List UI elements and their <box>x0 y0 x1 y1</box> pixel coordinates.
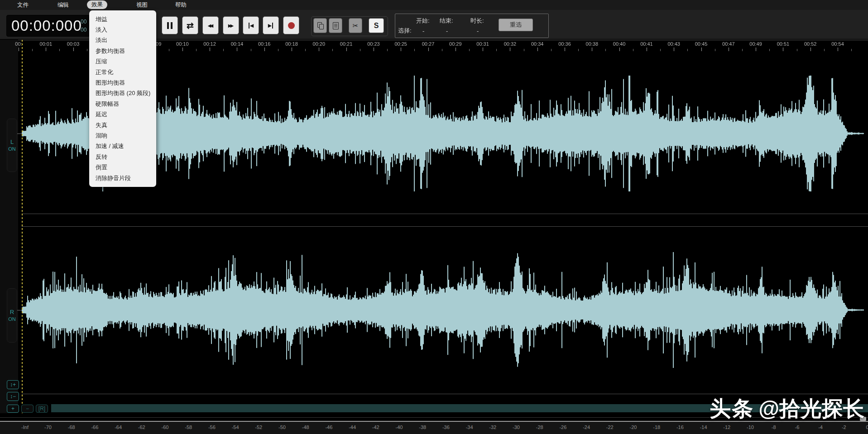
effects-menu-item[interactable]: 增益 <box>89 14 156 24</box>
db-scale: -Inf-70-68-66-64-62-60-58-56-54-52-50-48… <box>0 422 868 434</box>
selection-start-label: 开始: <box>416 17 430 25</box>
ruler-minor-tick <box>496 49 497 51</box>
effects-menu-item[interactable]: 消除静音片段 <box>89 173 156 183</box>
right-channel-tab[interactable]: R ON <box>7 288 17 343</box>
db-scale-label: -6 <box>795 424 800 430</box>
ruler-label: 00:32 <box>504 41 517 47</box>
playhead-cursor[interactable] <box>22 40 23 413</box>
right-channel-on-badge[interactable]: ON <box>8 317 16 322</box>
selection-duration-value: - <box>477 28 479 34</box>
ruler-major-tick <box>674 48 674 51</box>
ruler-minor-tick <box>524 49 524 51</box>
effects-menu-item[interactable]: 淡出 <box>89 35 156 46</box>
ruler-label: 00:51 <box>777 41 790 47</box>
copy-button[interactable] <box>313 18 327 33</box>
fast-forward-button[interactable]: ▶▶ <box>223 16 239 34</box>
ruler-major-tick <box>783 48 783 51</box>
s-button[interactable]: S <box>369 18 384 33</box>
rewind-icon: ◀◀ <box>208 23 213 28</box>
menubar-item-edit[interactable]: 编辑 <box>53 0 73 10</box>
effects-menu-item[interactable]: 正常化 <box>89 67 156 77</box>
paste-icon <box>333 22 339 29</box>
fast-forward-icon: ▶▶ <box>228 23 234 28</box>
ruler-label: 00:25 <box>394 41 407 47</box>
left-track-bottom-line <box>22 214 868 214</box>
effects-menu-item[interactable]: 反转 <box>89 152 156 162</box>
cut-button[interactable]: ✂ <box>349 18 362 33</box>
db-scale-label: -54 <box>232 424 239 430</box>
ruler-minor-tick <box>169 49 169 51</box>
db-scale-label: -26 <box>559 424 566 430</box>
effects-menu-item[interactable]: 加速 / 减速 <box>89 141 156 152</box>
loop-icon: ⇄ <box>187 21 194 30</box>
menubar-item-file[interactable]: 文件 <box>13 0 33 10</box>
ruler-minor-tick <box>196 49 197 51</box>
ruler-minor-tick <box>251 49 251 51</box>
audio-editor-window: 00:00:0100:0300:0500:0700:0900:1000:1200… <box>0 0 868 434</box>
rewind-button[interactable]: ◀◀ <box>202 16 219 34</box>
menubar-item-help[interactable]: 帮助 <box>171 0 191 10</box>
horizontal-zoom-out-button[interactable]: − <box>21 405 34 413</box>
menu-bar: 文件编辑效果视图帮助 <box>0 0 868 10</box>
ruler-label: 00:18 <box>285 41 298 47</box>
ruler-major-tick <box>182 48 183 51</box>
ruler-minor-tick <box>332 49 333 51</box>
loop-button[interactable]: ⇄ <box>182 16 198 34</box>
left-channel-on-badge[interactable]: ON <box>8 147 16 152</box>
ruler-label: 00:14 <box>231 41 244 47</box>
ruler-label: 00:27 <box>422 41 435 47</box>
db-scale-label: -4 <box>818 424 823 430</box>
db-scale-label: -2 <box>842 424 846 430</box>
effects-menu-item[interactable]: 延迟 <box>89 110 156 120</box>
ruler-major-tick <box>729 48 729 51</box>
vertical-zoom-in-button[interactable]: ↕+ <box>7 380 19 389</box>
effects-menu-item[interactable]: 图形均衡器 <box>89 77 156 88</box>
ruler-minor-tick <box>278 49 278 51</box>
effects-menu-item[interactable]: 硬限幅器 <box>89 99 156 109</box>
ruler-minor-tick <box>305 49 306 51</box>
effects-menu-item[interactable]: 倒置 <box>89 162 156 172</box>
skip-end-button[interactable]: ▶ <box>263 16 279 34</box>
effects-menu-item[interactable]: 混响 <box>89 130 156 141</box>
ruler-major-tick <box>264 48 265 51</box>
ruler-major-tick <box>483 48 483 51</box>
zoom-reset-button[interactable]: [R] <box>36 405 48 413</box>
ruler-minor-tick <box>59 49 60 51</box>
menubar-item-effects[interactable]: 效果 <box>87 0 107 9</box>
vertical-zoom-out-button[interactable]: ↕− <box>7 392 19 401</box>
effects-menu-item[interactable]: 参数均衡器 <box>89 46 156 56</box>
ruler-minor-tick <box>387 49 388 51</box>
ruler-major-tick <box>592 48 592 51</box>
left-channel-tab[interactable]: L ON <box>7 119 17 172</box>
db-scale-label: -66 <box>91 424 98 430</box>
skip-start-button[interactable]: ◀ <box>243 16 259 34</box>
time-display-value: 00:00:000 <box>11 17 82 34</box>
effects-menu-item[interactable]: 图形均衡器 (20 频段) <box>89 88 156 99</box>
ruler-minor-tick <box>87 49 87 51</box>
paste-button[interactable] <box>329 18 342 33</box>
ruler-label: 00:52 <box>804 41 817 47</box>
horizontal-zoom-in-button[interactable]: + <box>7 405 19 413</box>
ruler-major-tick <box>619 48 620 51</box>
db-scale-label: -40 <box>396 424 403 430</box>
menubar-item-view[interactable]: 视图 <box>132 0 152 10</box>
effects-menu-item[interactable]: 压缩 <box>89 57 156 67</box>
ruler-major-tick <box>319 48 319 51</box>
effects-menu-item[interactable]: 淡入 <box>89 24 156 35</box>
selection-duration-label: 时长: <box>470 17 484 25</box>
db-scale-label: -20 <box>630 424 637 430</box>
ruler-minor-tick <box>414 49 415 51</box>
ruler-label: 00:10 <box>176 41 189 47</box>
ruler-minor-tick <box>360 49 360 51</box>
pause-button[interactable] <box>162 16 178 34</box>
ruler-label: 00:23 <box>367 41 380 47</box>
db-scale-label: -34 <box>466 424 473 430</box>
selection-end-value: - <box>446 28 448 34</box>
ruler-major-tick <box>292 48 292 51</box>
ruler-minor-tick <box>223 49 224 51</box>
db-scale-label: -46 <box>325 424 332 430</box>
ruler-major-tick <box>428 48 429 51</box>
effects-menu-item[interactable]: 失真 <box>89 120 156 130</box>
record-button[interactable] <box>283 16 299 34</box>
reselect-button[interactable]: 重选 <box>499 19 533 31</box>
